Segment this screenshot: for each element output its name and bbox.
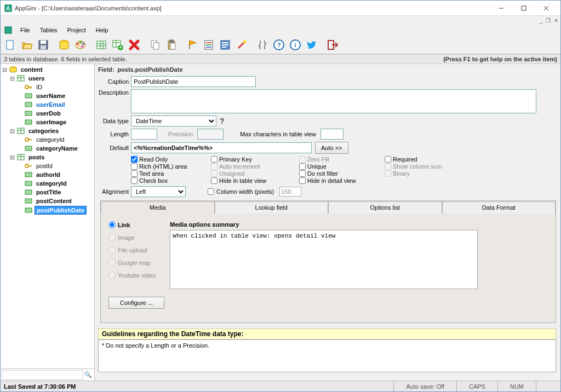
svg-point-60 bbox=[25, 138, 28, 141]
flag-button[interactable] bbox=[185, 37, 200, 53]
help-button[interactable]: ? bbox=[271, 37, 287, 53]
menu-project[interactable]: Project bbox=[63, 26, 90, 34]
menu-help[interactable]: Help bbox=[91, 26, 113, 34]
expand-icon[interactable]: ⊟ bbox=[2, 66, 7, 73]
cb-nofilter[interactable]: Do not filter bbox=[299, 170, 381, 177]
help-icon[interactable]: ? bbox=[220, 117, 225, 125]
caption-input[interactable] bbox=[131, 76, 256, 87]
field-icon bbox=[24, 118, 33, 126]
tree-field[interactable]: categoryId bbox=[35, 180, 68, 187]
add-table-button[interactable]: + bbox=[110, 37, 125, 53]
tree[interactable]: ⊟content ⊟users ID userName userEmail us… bbox=[1, 64, 94, 368]
datatype-select[interactable]: DateTime bbox=[131, 116, 216, 126]
svg-rect-17 bbox=[97, 41, 106, 49]
alignment-select[interactable]: Left bbox=[131, 186, 186, 197]
mdi-close-icon[interactable]: ✕ bbox=[554, 18, 558, 24]
copy-button[interactable] bbox=[147, 37, 163, 53]
description-input[interactable] bbox=[131, 89, 536, 113]
tools-button[interactable] bbox=[255, 37, 270, 53]
tree-field-selected[interactable]: postPublishDate bbox=[35, 206, 87, 215]
cb-pk[interactable]: Primary Key bbox=[211, 156, 296, 163]
table-button[interactable] bbox=[94, 37, 109, 53]
auto-button[interactable]: Auto >> bbox=[315, 142, 348, 154]
configure-button[interactable]: Configure ... bbox=[108, 297, 164, 309]
svg-rect-37 bbox=[222, 42, 228, 43]
search-icon[interactable]: 🔍 bbox=[83, 371, 93, 378]
cb-required[interactable]: Required bbox=[385, 156, 467, 163]
expand-icon[interactable]: ⊟ bbox=[9, 128, 15, 135]
field-icon bbox=[24, 180, 33, 187]
svg-rect-69 bbox=[25, 181, 32, 186]
tree-field[interactable]: postContent bbox=[35, 197, 73, 205]
mdi-minimize-icon[interactable]: _ bbox=[539, 18, 542, 24]
cb-readonly[interactable]: Read Only bbox=[131, 156, 208, 163]
close-button[interactable] bbox=[535, 2, 557, 14]
tree-root[interactable]: content bbox=[19, 66, 44, 73]
default-input[interactable] bbox=[131, 142, 312, 153]
mdi-restore-icon[interactable]: ❐ bbox=[546, 18, 551, 24]
tree-field[interactable]: categoryId bbox=[35, 136, 66, 143]
tree-posts[interactable]: posts bbox=[27, 153, 46, 161]
cb-unique[interactable]: Unique bbox=[299, 163, 381, 170]
tree-search-input[interactable] bbox=[2, 370, 83, 380]
app-icon: A bbox=[4, 4, 13, 13]
tree-field[interactable]: categoryName bbox=[35, 145, 79, 152]
open-button[interactable] bbox=[19, 37, 35, 53]
svg-rect-68 bbox=[25, 172, 32, 177]
save-button[interactable] bbox=[36, 37, 51, 53]
svg-point-66 bbox=[25, 164, 28, 168]
tree-field[interactable]: authorId bbox=[35, 171, 62, 178]
maximize-button[interactable] bbox=[513, 2, 535, 14]
delete-button[interactable] bbox=[127, 37, 142, 53]
table-icon bbox=[16, 153, 25, 161]
radio-link[interactable]: Link bbox=[108, 221, 156, 228]
info-button[interactable]: i bbox=[288, 37, 303, 53]
field-icon bbox=[24, 109, 33, 117]
maxchars-input[interactable] bbox=[320, 129, 344, 140]
cb-hidedv[interactable]: Hide in detail view bbox=[299, 177, 381, 184]
cb-hidetv[interactable]: Hide in table view bbox=[211, 177, 296, 184]
new-button[interactable] bbox=[3, 37, 18, 53]
tab-options[interactable]: Options list bbox=[328, 201, 442, 214]
tree-field[interactable]: userImage bbox=[35, 118, 68, 126]
tab-lookup[interactable]: Lookup field bbox=[215, 201, 329, 214]
cb-rich[interactable]: Rich (HTML) area bbox=[131, 163, 208, 170]
colwidth-input[interactable] bbox=[279, 187, 301, 197]
svg-point-50 bbox=[25, 85, 28, 89]
tree-field[interactable]: postId bbox=[35, 162, 54, 170]
precision-input[interactable] bbox=[197, 129, 224, 140]
tab-dataformat[interactable]: Data Format bbox=[442, 201, 556, 214]
twitter-button[interactable] bbox=[304, 37, 319, 53]
expand-icon[interactable]: ⊟ bbox=[9, 75, 15, 82]
tree-field[interactable]: ID bbox=[35, 83, 44, 91]
report-button[interactable] bbox=[201, 37, 216, 53]
tree-field[interactable]: userEmail bbox=[35, 101, 67, 108]
expand-icon[interactable]: ⊟ bbox=[9, 154, 15, 161]
caption-label: Caption bbox=[98, 78, 129, 85]
svg-rect-55 bbox=[25, 111, 32, 116]
minimize-button[interactable] bbox=[490, 2, 512, 14]
tree-categories[interactable]: categories bbox=[27, 127, 60, 135]
tree-field[interactable]: userName bbox=[35, 92, 67, 100]
footer-saved: Last Saved at 7:30:06 PM bbox=[1, 383, 393, 390]
tree-users[interactable]: users bbox=[27, 74, 46, 82]
cb-checkbox[interactable]: Check box bbox=[131, 177, 208, 184]
menu-file[interactable]: File bbox=[16, 26, 35, 34]
form-button[interactable] bbox=[217, 37, 233, 53]
tree-field[interactable]: userDob bbox=[35, 109, 62, 117]
cb-colwidth[interactable]: Column width (pixels) bbox=[208, 188, 274, 195]
status-right: (Press F1 to get help on the active item… bbox=[443, 56, 557, 62]
style-button[interactable] bbox=[73, 37, 88, 53]
length-input[interactable] bbox=[131, 129, 157, 140]
wand-button[interactable] bbox=[234, 37, 249, 53]
tab-media[interactable]: Media bbox=[101, 201, 215, 214]
radio-upload: File upload bbox=[108, 246, 156, 253]
menu-tables[interactable]: Tables bbox=[36, 26, 62, 34]
tree-search: 🔍 bbox=[1, 368, 94, 381]
cb-textarea[interactable]: Text area bbox=[131, 170, 208, 177]
db-button[interactable] bbox=[56, 37, 72, 53]
tree-field[interactable]: postTitle bbox=[35, 188, 63, 196]
paste-button[interactable] bbox=[164, 37, 179, 53]
footer-caps: CAPS bbox=[456, 381, 497, 391]
exit-button[interactable] bbox=[325, 37, 340, 53]
